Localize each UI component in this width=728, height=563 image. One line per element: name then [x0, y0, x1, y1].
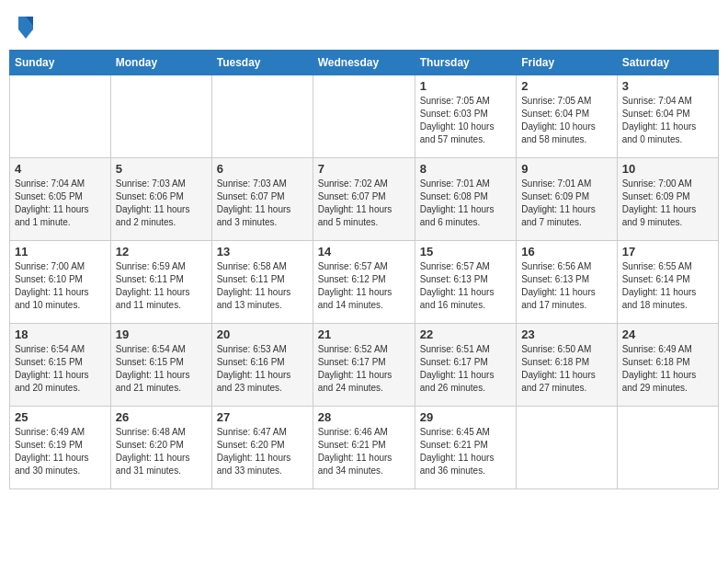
- calendar-cell: 16Sunrise: 6:56 AM Sunset: 6:13 PM Dayli…: [517, 241, 618, 324]
- day-number: 29: [420, 410, 511, 424]
- day-info: Sunrise: 6:56 AM Sunset: 6:13 PM Dayligh…: [521, 260, 612, 312]
- day-number: 11: [15, 245, 106, 259]
- day-info: Sunrise: 7:03 AM Sunset: 6:07 PM Dayligh…: [217, 178, 308, 229]
- logo-icon: [17, 13, 35, 39]
- day-number: 22: [420, 327, 511, 341]
- calendar-cell: 10Sunrise: 7:00 AM Sunset: 6:09 PM Dayli…: [617, 158, 718, 241]
- day-info: Sunrise: 6:45 AM Sunset: 6:21 PM Dayligh…: [420, 426, 511, 477]
- day-number: 7: [318, 162, 410, 176]
- calendar-cell: [10, 75, 111, 158]
- calendar-cell: 29Sunrise: 6:45 AM Sunset: 6:21 PM Dayli…: [415, 407, 516, 489]
- day-number: 10: [622, 162, 713, 176]
- day-number: 17: [622, 245, 713, 259]
- day-info: Sunrise: 6:54 AM Sunset: 6:15 PM Dayligh…: [15, 343, 106, 395]
- day-number: 2: [521, 79, 612, 93]
- calendar-cell: 15Sunrise: 6:57 AM Sunset: 6:13 PM Dayli…: [415, 241, 516, 324]
- day-info: Sunrise: 7:05 AM Sunset: 6:04 PM Dayligh…: [521, 95, 612, 146]
- day-number: 21: [318, 327, 410, 341]
- day-number: 8: [420, 162, 511, 176]
- calendar-cell: 5Sunrise: 7:03 AM Sunset: 6:06 PM Daylig…: [110, 158, 211, 241]
- day-number: 28: [318, 410, 410, 424]
- calendar-cell: 8Sunrise: 7:01 AM Sunset: 6:08 PM Daylig…: [415, 158, 516, 241]
- day-info: Sunrise: 6:46 AM Sunset: 6:21 PM Dayligh…: [318, 426, 410, 477]
- calendar-header-row: SundayMondayTuesdayWednesdayThursdayFrid…: [10, 51, 719, 75]
- calendar-cell: [517, 407, 618, 489]
- calendar-cell: 1Sunrise: 7:05 AM Sunset: 6:03 PM Daylig…: [415, 75, 516, 158]
- calendar-cell: 28Sunrise: 6:46 AM Sunset: 6:21 PM Dayli…: [313, 407, 415, 489]
- calendar-cell: [313, 75, 415, 158]
- day-info: Sunrise: 7:00 AM Sunset: 6:09 PM Dayligh…: [622, 178, 713, 229]
- calendar-cell: 6Sunrise: 7:03 AM Sunset: 6:07 PM Daylig…: [211, 158, 313, 241]
- calendar-cell: 27Sunrise: 6:47 AM Sunset: 6:20 PM Dayli…: [211, 407, 313, 489]
- day-of-week-header: Thursday: [415, 51, 516, 75]
- day-of-week-header: Wednesday: [313, 51, 415, 75]
- calendar-cell: 19Sunrise: 6:54 AM Sunset: 6:15 PM Dayli…: [110, 324, 211, 407]
- day-of-week-header: Tuesday: [211, 51, 313, 75]
- calendar-cell: 9Sunrise: 7:01 AM Sunset: 6:09 PM Daylig…: [517, 158, 618, 241]
- calendar-week-row: 1Sunrise: 7:05 AM Sunset: 6:03 PM Daylig…: [10, 75, 719, 158]
- calendar-cell: 21Sunrise: 6:52 AM Sunset: 6:17 PM Dayli…: [313, 324, 415, 407]
- calendar-cell: [211, 75, 313, 158]
- calendar-cell: [617, 407, 718, 489]
- day-info: Sunrise: 6:53 AM Sunset: 6:16 PM Dayligh…: [217, 343, 308, 395]
- calendar-cell: 12Sunrise: 6:59 AM Sunset: 6:11 PM Dayli…: [110, 241, 211, 324]
- day-info: Sunrise: 6:55 AM Sunset: 6:14 PM Dayligh…: [622, 260, 713, 312]
- calendar-cell: 4Sunrise: 7:04 AM Sunset: 6:05 PM Daylig…: [10, 158, 111, 241]
- day-info: Sunrise: 6:50 AM Sunset: 6:18 PM Dayligh…: [521, 343, 612, 395]
- day-info: Sunrise: 7:02 AM Sunset: 6:07 PM Dayligh…: [318, 178, 410, 229]
- day-number: 19: [116, 327, 207, 341]
- calendar-cell: 26Sunrise: 6:48 AM Sunset: 6:20 PM Dayli…: [110, 407, 211, 489]
- calendar-cell: 22Sunrise: 6:51 AM Sunset: 6:17 PM Dayli…: [415, 324, 516, 407]
- calendar: SundayMondayTuesdayWednesdayThursdayFrid…: [9, 50, 719, 489]
- calendar-week-row: 18Sunrise: 6:54 AM Sunset: 6:15 PM Dayli…: [10, 324, 719, 407]
- day-number: 3: [622, 79, 713, 93]
- day-number: 1: [420, 79, 511, 93]
- day-number: 23: [521, 327, 612, 341]
- day-number: 20: [217, 327, 308, 341]
- calendar-cell: 11Sunrise: 7:00 AM Sunset: 6:10 PM Dayli…: [10, 241, 111, 324]
- day-number: 24: [622, 327, 713, 341]
- day-number: 9: [521, 162, 612, 176]
- calendar-cell: 18Sunrise: 6:54 AM Sunset: 6:15 PM Dayli…: [10, 324, 111, 407]
- calendar-cell: 7Sunrise: 7:02 AM Sunset: 6:07 PM Daylig…: [313, 158, 415, 241]
- day-info: Sunrise: 7:01 AM Sunset: 6:08 PM Dayligh…: [420, 178, 511, 229]
- day-info: Sunrise: 7:05 AM Sunset: 6:03 PM Dayligh…: [420, 95, 511, 146]
- day-info: Sunrise: 7:01 AM Sunset: 6:09 PM Dayligh…: [521, 178, 612, 229]
- calendar-week-row: 4Sunrise: 7:04 AM Sunset: 6:05 PM Daylig…: [10, 158, 719, 241]
- day-info: Sunrise: 7:03 AM Sunset: 6:06 PM Dayligh…: [116, 178, 207, 229]
- calendar-body: 1Sunrise: 7:05 AM Sunset: 6:03 PM Daylig…: [10, 75, 719, 489]
- day-number: 5: [116, 162, 207, 176]
- day-of-week-header: Monday: [110, 51, 211, 75]
- day-info: Sunrise: 7:00 AM Sunset: 6:10 PM Dayligh…: [15, 260, 106, 312]
- day-info: Sunrise: 6:58 AM Sunset: 6:11 PM Dayligh…: [217, 260, 308, 312]
- calendar-cell: 17Sunrise: 6:55 AM Sunset: 6:14 PM Dayli…: [617, 241, 718, 324]
- day-info: Sunrise: 7:04 AM Sunset: 6:05 PM Dayligh…: [15, 178, 106, 229]
- day-info: Sunrise: 6:54 AM Sunset: 6:15 PM Dayligh…: [116, 343, 207, 395]
- calendar-cell: 13Sunrise: 6:58 AM Sunset: 6:11 PM Dayli…: [211, 241, 313, 324]
- day-number: 27: [217, 410, 308, 424]
- calendar-week-row: 25Sunrise: 6:49 AM Sunset: 6:19 PM Dayli…: [10, 407, 719, 489]
- day-number: 6: [217, 162, 308, 176]
- day-info: Sunrise: 6:49 AM Sunset: 6:19 PM Dayligh…: [15, 426, 106, 477]
- calendar-cell: 20Sunrise: 6:53 AM Sunset: 6:16 PM Dayli…: [211, 324, 313, 407]
- calendar-cell: 3Sunrise: 7:04 AM Sunset: 6:04 PM Daylig…: [617, 75, 718, 158]
- header: [9, 9, 719, 42]
- calendar-cell: 24Sunrise: 6:49 AM Sunset: 6:18 PM Dayli…: [617, 324, 718, 407]
- day-info: Sunrise: 6:59 AM Sunset: 6:11 PM Dayligh…: [116, 260, 207, 312]
- day-number: 18: [15, 327, 106, 341]
- logo: [15, 13, 35, 39]
- day-info: Sunrise: 6:47 AM Sunset: 6:20 PM Dayligh…: [217, 426, 308, 477]
- day-number: 16: [521, 245, 612, 259]
- day-info: Sunrise: 6:48 AM Sunset: 6:20 PM Dayligh…: [116, 426, 207, 477]
- calendar-cell: 14Sunrise: 6:57 AM Sunset: 6:12 PM Dayli…: [313, 241, 415, 324]
- day-number: 15: [420, 245, 511, 259]
- calendar-cell: 25Sunrise: 6:49 AM Sunset: 6:19 PM Dayli…: [10, 407, 111, 489]
- day-info: Sunrise: 6:49 AM Sunset: 6:18 PM Dayligh…: [622, 343, 713, 395]
- day-number: 14: [318, 245, 410, 259]
- day-number: 13: [217, 245, 308, 259]
- day-of-week-header: Friday: [517, 51, 618, 75]
- day-number: 26: [116, 410, 207, 424]
- day-info: Sunrise: 6:51 AM Sunset: 6:17 PM Dayligh…: [420, 343, 511, 395]
- day-info: Sunrise: 6:57 AM Sunset: 6:12 PM Dayligh…: [318, 260, 410, 312]
- day-of-week-header: Saturday: [617, 51, 718, 75]
